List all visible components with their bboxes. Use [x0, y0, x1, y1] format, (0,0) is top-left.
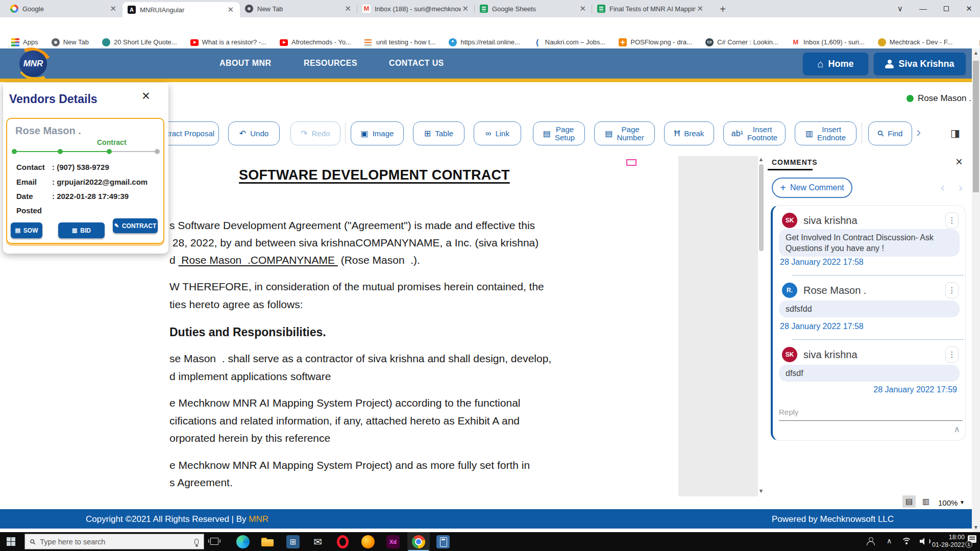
bid-button[interactable]: ▥ BID [58, 222, 105, 238]
edge-icon[interactable] [236, 535, 250, 548]
progress-line-remaining [109, 151, 157, 152]
taskbar-clock[interactable]: 18:00 01-28-2022 [930, 534, 965, 549]
comments-next-chevron[interactable]: › [959, 181, 963, 195]
tab-google-sheets[interactable]: Google Sheets ✕ [475, 0, 592, 17]
nav-about-mnr[interactable]: ABOUT MNR [219, 59, 271, 68]
print-layout-icon[interactable]: ▤ [902, 495, 916, 508]
window-minimize-icon[interactable]: — [912, 0, 935, 17]
toolbar-image-button[interactable]: ▣ Image [351, 121, 404, 145]
tab-close-icon[interactable]: ✕ [578, 4, 587, 13]
mnr-logo[interactable]: MNR [15, 50, 55, 78]
collapse-chevron-icon[interactable]: ∧ [954, 424, 960, 435]
comment-menu-icon[interactable]: ⋮ [945, 346, 959, 363]
window-restore-icon[interactable] [935, 0, 958, 17]
toolbar-insert-footnote-button[interactable]: ab¹ InsertFootnote [723, 121, 786, 145]
firefox-icon[interactable] [361, 535, 375, 548]
toolbar-link-button[interactable]: ∞ Link [474, 121, 521, 145]
bookmark-item[interactable]: POSFlow.png - dra... [619, 38, 692, 46]
user-button[interactable]: Siva Krishna [874, 53, 966, 75]
document-line: cifications and related information, if … [169, 415, 520, 427]
search-icon: ⚲ [28, 537, 38, 546]
bookmark-item[interactable]: New Tab [52, 38, 89, 46]
contract-button[interactable]: ✎ CONTRACT [113, 218, 158, 233]
bookmark-item[interactable]: ( Naukri.com – Jobs... [533, 38, 606, 46]
sow-button[interactable]: ▤ SOW [11, 222, 42, 238]
taskbar-search[interactable]: ⚲ [24, 534, 204, 549]
comment-author: siva krishna [803, 215, 857, 227]
web-layout-icon[interactable]: ▥ [919, 495, 933, 508]
bookmark-item[interactable]: What is a resistor? -... [190, 38, 266, 46]
popup-close-icon[interactable]: × [142, 89, 150, 103]
document-line: s Software Development Agreement ("Agree… [169, 219, 535, 232]
doc-scrollbar-thumb[interactable] [759, 164, 764, 251]
comment-menu-icon[interactable]: ⋮ [945, 212, 959, 229]
bookmark-item[interactable]: Afrotechmods - Yo... [280, 38, 351, 46]
panel-toggle-icon[interactable]: ◨ [950, 127, 960, 139]
tab-google[interactable]: Google ✕ [5, 0, 122, 17]
microphone-icon[interactable] [194, 539, 199, 545]
reply-input[interactable] [779, 404, 963, 421]
toolbar-find-button[interactable]: ⚲ Find [868, 121, 912, 145]
tab-close-icon[interactable]: ✕ [696, 4, 704, 13]
scroll-down-icon[interactable]: ▼ [972, 524, 980, 530]
nav-resources[interactable]: RESOURCES [304, 59, 357, 68]
toolbar-more-chevron[interactable]: › [916, 124, 921, 140]
bookmark-item[interactable]: Mechtrack - Dev - F... [878, 38, 953, 46]
taskbar-search-input[interactable] [40, 538, 190, 546]
tab-close-icon[interactable]: ✕ [109, 4, 117, 13]
tab-inbox[interactable]: M Inbox (188) - suri@mechknowsof ✕ [357, 0, 475, 17]
zoom-level[interactable]: 100% [938, 498, 958, 507]
comments-prev-chevron[interactable]: ‹ [941, 181, 945, 195]
browser-tab-strip: Google ✕ A MNRUIAngular ✕ New Tab ✕ M In… [0, 0, 980, 17]
toolbar-table-button[interactable]: ⊞ Table [413, 121, 464, 145]
tab-close-icon[interactable]: ✕ [461, 4, 470, 13]
toolbar-page-number-button[interactable]: ▤ PageNumber [594, 121, 655, 145]
calculator-icon[interactable] [436, 535, 450, 548]
tab-new-tab[interactable]: New Tab ✕ [240, 0, 357, 17]
new-tab-button[interactable]: + [716, 3, 730, 16]
wifi-icon[interactable] [901, 538, 912, 545]
toolbar-insert-endnote-button[interactable]: ▥ InsertEndnote [795, 121, 856, 145]
tab-final-tests[interactable]: Final Tests of MNR AI Mapping S ✕ [592, 0, 709, 17]
tab-close-icon[interactable]: ✕ [226, 5, 235, 14]
toolbar-redo-button[interactable]: ↷ Redo [290, 121, 340, 145]
page-scrollbar[interactable]: ▲ ▼ [972, 48, 980, 532]
comment-menu-icon[interactable]: ⋮ [945, 282, 959, 298]
file-explorer-icon[interactable] [261, 535, 274, 548]
start-button[interactable] [7, 537, 15, 546]
new-comment-button[interactable]: + New Comment [772, 178, 852, 198]
zoom-caret-icon[interactable]: ▼ [960, 499, 965, 505]
volume-icon[interactable] [920, 538, 929, 545]
tray-people-icon[interactable] [866, 537, 874, 545]
adobe-xd-icon[interactable]: Xd [386, 535, 400, 548]
toolbar-separator [862, 122, 862, 144]
bookmark-item[interactable]: https://retail.online... [449, 38, 520, 46]
bookmark-apps[interactable]: Apps [11, 38, 38, 46]
task-view-button[interactable] [210, 538, 218, 545]
comments-close-icon[interactable]: × [955, 155, 963, 169]
home-button[interactable]: ⌂ Home [803, 53, 868, 75]
scrollbar-thumb[interactable] [973, 61, 979, 192]
scroll-up-icon[interactable]: ▲ [972, 50, 980, 56]
comment-divider [792, 275, 964, 276]
tab-close-icon[interactable]: ✕ [344, 4, 352, 13]
window-menu-icon[interactable]: ∨ [889, 0, 912, 17]
opera-icon[interactable] [337, 535, 349, 548]
mail-icon[interactable]: ✉ [311, 535, 325, 548]
toolbar-undo-button[interactable]: ↶ Undo [228, 121, 280, 145]
bookmark-item[interactable]: 20 Short Life Quote... [102, 38, 177, 46]
bookmark-item[interactable]: C# C# Corner : Lookin... [705, 38, 778, 46]
toolbar-break-button[interactable]: Ħ Break [664, 121, 714, 145]
bookmark-item[interactable]: M Inbox (1,609) - suri... [792, 38, 865, 46]
document-line: 28, 2022, by and between siva krishnaCOM… [169, 237, 538, 249]
bookmark-item[interactable]: unit testing - how t... [364, 38, 435, 46]
store-icon[interactable]: ⊞ [286, 535, 300, 548]
chrome-icon[interactable] [412, 535, 425, 548]
doc-scroll-down-icon[interactable]: ▼ [757, 488, 765, 494]
tray-chevron-icon[interactable]: ∧ [887, 537, 892, 545]
window-close-icon[interactable]: ✕ [958, 0, 980, 17]
toolbar-page-setup-button[interactable]: ▤ PageSetup [533, 121, 585, 145]
tab-mnruiangular-active[interactable]: A MNRUIAngular ✕ [122, 2, 240, 17]
doc-scroll-up-icon[interactable]: ▲ [757, 156, 765, 162]
nav-contact-us[interactable]: CONTACT US [389, 59, 444, 68]
